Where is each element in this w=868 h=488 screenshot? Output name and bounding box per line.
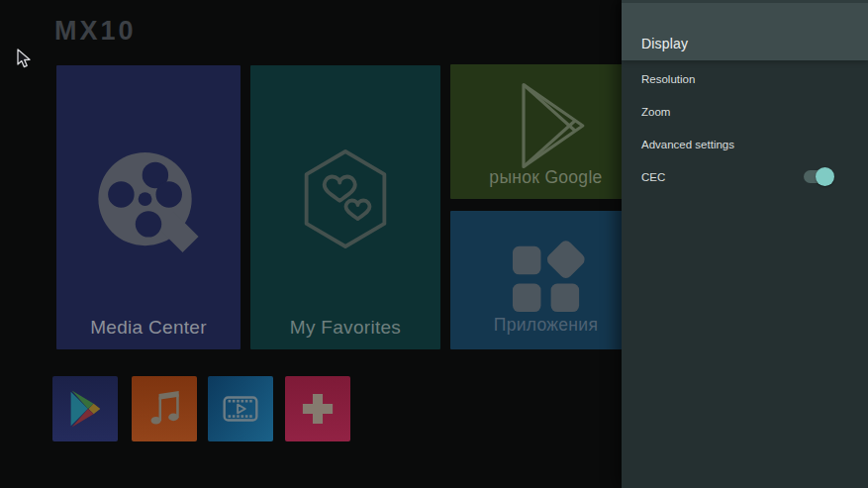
panel-title: Display (622, 0, 868, 60)
dock-add-shortcut[interactable] (285, 376, 350, 441)
tile-media-center[interactable]: Media Center (56, 65, 241, 349)
dock-music[interactable] (132, 376, 197, 441)
google-play-icon (62, 386, 108, 432)
music-note-icon (144, 388, 185, 430)
menu-item-label: Resolution (641, 73, 695, 85)
plus-icon (297, 388, 338, 430)
dock-google-play[interactable] (52, 376, 118, 441)
menu-item-cec[interactable]: CEC (622, 160, 868, 193)
menu-item-label: CEC (641, 171, 665, 183)
dock-video-player[interactable] (208, 376, 273, 441)
tile-my-favorites[interactable]: My Favorites (250, 65, 440, 349)
cec-toggle[interactable] (804, 170, 832, 183)
menu-item-resolution[interactable]: Resolution (622, 62, 868, 95)
launcher-screen: MX10 Media Center My Fa (0, 0, 868, 488)
tile-label: рынок Google (450, 167, 641, 188)
menu-item-label: Advanced settings (641, 139, 734, 150)
tile-apps[interactable]: Приложения (450, 211, 641, 349)
film-reel-icon (92, 146, 206, 259)
menu-item-zoom[interactable]: Zoom (622, 95, 868, 128)
tile-label: My Favorites (250, 317, 440, 339)
play-triangle-outline-icon (501, 79, 592, 172)
display-settings-panel: Display Resolution Zoom Advanced setting… (622, 0, 868, 488)
mouse-cursor-icon (17, 49, 32, 69)
tile-label: Приложения (450, 315, 641, 336)
hearts-hexagon-icon (298, 146, 393, 251)
film-strip-play-icon (217, 385, 264, 433)
menu-item-label: Zoom (641, 106, 670, 118)
menu-item-advanced-settings[interactable]: Advanced settings (622, 128, 868, 160)
tile-label: Media Center (56, 317, 241, 339)
mx10-logo: MX10 (54, 16, 137, 47)
panel-body: Resolution Zoom Advanced settings CEC (622, 60, 868, 193)
toggle-knob (816, 167, 834, 186)
app-grid-icon (499, 233, 594, 324)
tile-google-play-store[interactable]: рынок Google (450, 64, 641, 199)
